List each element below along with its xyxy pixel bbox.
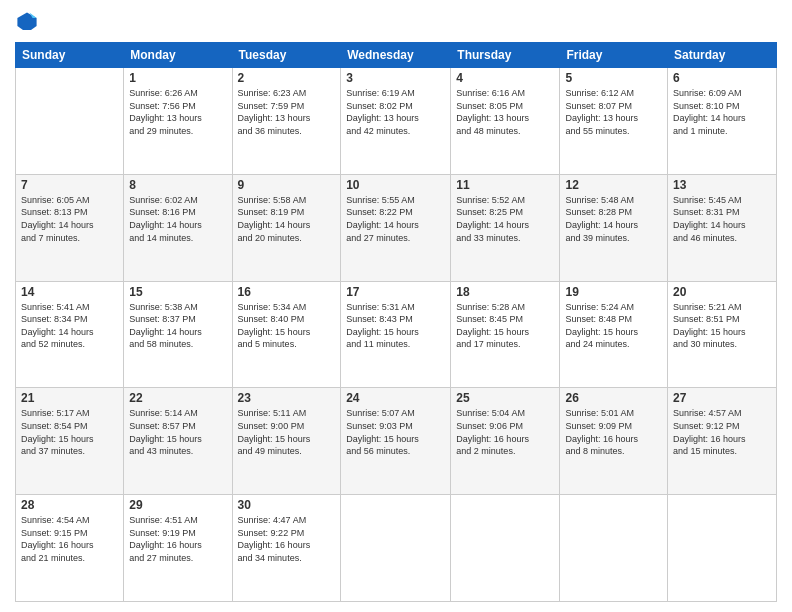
day-info: Sunrise: 5:58 AM Sunset: 8:19 PM Dayligh… <box>238 194 336 244</box>
day-info: Sunrise: 5:48 AM Sunset: 8:28 PM Dayligh… <box>565 194 662 244</box>
day-number: 12 <box>565 178 662 192</box>
calendar-header-sunday: Sunday <box>16 43 124 68</box>
day-info: Sunrise: 5:04 AM Sunset: 9:06 PM Dayligh… <box>456 407 554 457</box>
calendar-cell: 24Sunrise: 5:07 AM Sunset: 9:03 PM Dayli… <box>341 388 451 495</box>
calendar-header-thursday: Thursday <box>451 43 560 68</box>
day-info: Sunrise: 6:26 AM Sunset: 7:56 PM Dayligh… <box>129 87 226 137</box>
calendar-cell: 15Sunrise: 5:38 AM Sunset: 8:37 PM Dayli… <box>124 281 232 388</box>
calendar-cell: 18Sunrise: 5:28 AM Sunset: 8:45 PM Dayli… <box>451 281 560 388</box>
calendar-cell: 13Sunrise: 5:45 AM Sunset: 8:31 PM Dayli… <box>668 174 777 281</box>
calendar-cell: 29Sunrise: 4:51 AM Sunset: 9:19 PM Dayli… <box>124 495 232 602</box>
calendar-cell <box>451 495 560 602</box>
day-number: 29 <box>129 498 226 512</box>
calendar-cell <box>16 68 124 175</box>
calendar-week-row: 7Sunrise: 6:05 AM Sunset: 8:13 PM Daylig… <box>16 174 777 281</box>
calendar-cell: 23Sunrise: 5:11 AM Sunset: 9:00 PM Dayli… <box>232 388 341 495</box>
calendar-header-saturday: Saturday <box>668 43 777 68</box>
day-info: Sunrise: 5:52 AM Sunset: 8:25 PM Dayligh… <box>456 194 554 244</box>
day-number: 23 <box>238 391 336 405</box>
day-number: 21 <box>21 391 118 405</box>
day-info: Sunrise: 6:09 AM Sunset: 8:10 PM Dayligh… <box>673 87 771 137</box>
calendar-week-row: 1Sunrise: 6:26 AM Sunset: 7:56 PM Daylig… <box>16 68 777 175</box>
day-info: Sunrise: 5:45 AM Sunset: 8:31 PM Dayligh… <box>673 194 771 244</box>
day-number: 6 <box>673 71 771 85</box>
calendar-cell <box>341 495 451 602</box>
calendar-cell: 4Sunrise: 6:16 AM Sunset: 8:05 PM Daylig… <box>451 68 560 175</box>
day-number: 3 <box>346 71 445 85</box>
day-number: 8 <box>129 178 226 192</box>
calendar-cell: 27Sunrise: 4:57 AM Sunset: 9:12 PM Dayli… <box>668 388 777 495</box>
day-info: Sunrise: 5:24 AM Sunset: 8:48 PM Dayligh… <box>565 301 662 351</box>
calendar-cell: 19Sunrise: 5:24 AM Sunset: 8:48 PM Dayli… <box>560 281 668 388</box>
header <box>15 10 777 34</box>
calendar-cell <box>560 495 668 602</box>
calendar: SundayMondayTuesdayWednesdayThursdayFrid… <box>15 42 777 602</box>
day-number: 15 <box>129 285 226 299</box>
logo <box>15 10 43 34</box>
day-info: Sunrise: 5:34 AM Sunset: 8:40 PM Dayligh… <box>238 301 336 351</box>
day-number: 5 <box>565 71 662 85</box>
day-number: 26 <box>565 391 662 405</box>
page: SundayMondayTuesdayWednesdayThursdayFrid… <box>0 0 792 612</box>
svg-marker-0 <box>17 12 36 30</box>
day-number: 2 <box>238 71 336 85</box>
day-number: 27 <box>673 391 771 405</box>
day-number: 22 <box>129 391 226 405</box>
day-number: 13 <box>673 178 771 192</box>
day-info: Sunrise: 5:38 AM Sunset: 8:37 PM Dayligh… <box>129 301 226 351</box>
calendar-cell: 5Sunrise: 6:12 AM Sunset: 8:07 PM Daylig… <box>560 68 668 175</box>
day-info: Sunrise: 6:05 AM Sunset: 8:13 PM Dayligh… <box>21 194 118 244</box>
calendar-week-row: 21Sunrise: 5:17 AM Sunset: 8:54 PM Dayli… <box>16 388 777 495</box>
day-info: Sunrise: 5:01 AM Sunset: 9:09 PM Dayligh… <box>565 407 662 457</box>
day-info: Sunrise: 4:47 AM Sunset: 9:22 PM Dayligh… <box>238 514 336 564</box>
calendar-cell: 12Sunrise: 5:48 AM Sunset: 8:28 PM Dayli… <box>560 174 668 281</box>
calendar-cell: 1Sunrise: 6:26 AM Sunset: 7:56 PM Daylig… <box>124 68 232 175</box>
calendar-cell: 21Sunrise: 5:17 AM Sunset: 8:54 PM Dayli… <box>16 388 124 495</box>
calendar-cell: 22Sunrise: 5:14 AM Sunset: 8:57 PM Dayli… <box>124 388 232 495</box>
day-number: 19 <box>565 285 662 299</box>
calendar-cell: 10Sunrise: 5:55 AM Sunset: 8:22 PM Dayli… <box>341 174 451 281</box>
calendar-header-friday: Friday <box>560 43 668 68</box>
day-info: Sunrise: 6:02 AM Sunset: 8:16 PM Dayligh… <box>129 194 226 244</box>
day-info: Sunrise: 6:12 AM Sunset: 8:07 PM Dayligh… <box>565 87 662 137</box>
calendar-header-wednesday: Wednesday <box>341 43 451 68</box>
calendar-week-row: 28Sunrise: 4:54 AM Sunset: 9:15 PM Dayli… <box>16 495 777 602</box>
calendar-cell: 11Sunrise: 5:52 AM Sunset: 8:25 PM Dayli… <box>451 174 560 281</box>
calendar-cell: 8Sunrise: 6:02 AM Sunset: 8:16 PM Daylig… <box>124 174 232 281</box>
calendar-cell: 6Sunrise: 6:09 AM Sunset: 8:10 PM Daylig… <box>668 68 777 175</box>
day-number: 14 <box>21 285 118 299</box>
calendar-header-tuesday: Tuesday <box>232 43 341 68</box>
day-number: 4 <box>456 71 554 85</box>
day-number: 18 <box>456 285 554 299</box>
day-info: Sunrise: 6:19 AM Sunset: 8:02 PM Dayligh… <box>346 87 445 137</box>
calendar-cell: 14Sunrise: 5:41 AM Sunset: 8:34 PM Dayli… <box>16 281 124 388</box>
day-info: Sunrise: 5:31 AM Sunset: 8:43 PM Dayligh… <box>346 301 445 351</box>
day-info: Sunrise: 5:21 AM Sunset: 8:51 PM Dayligh… <box>673 301 771 351</box>
logo-icon <box>15 10 39 34</box>
day-info: Sunrise: 6:23 AM Sunset: 7:59 PM Dayligh… <box>238 87 336 137</box>
calendar-cell <box>668 495 777 602</box>
calendar-cell: 16Sunrise: 5:34 AM Sunset: 8:40 PM Dayli… <box>232 281 341 388</box>
calendar-cell: 2Sunrise: 6:23 AM Sunset: 7:59 PM Daylig… <box>232 68 341 175</box>
day-info: Sunrise: 5:07 AM Sunset: 9:03 PM Dayligh… <box>346 407 445 457</box>
day-number: 25 <box>456 391 554 405</box>
calendar-cell: 20Sunrise: 5:21 AM Sunset: 8:51 PM Dayli… <box>668 281 777 388</box>
calendar-cell: 30Sunrise: 4:47 AM Sunset: 9:22 PM Dayli… <box>232 495 341 602</box>
day-info: Sunrise: 4:51 AM Sunset: 9:19 PM Dayligh… <box>129 514 226 564</box>
calendar-week-row: 14Sunrise: 5:41 AM Sunset: 8:34 PM Dayli… <box>16 281 777 388</box>
calendar-header-row: SundayMondayTuesdayWednesdayThursdayFrid… <box>16 43 777 68</box>
day-info: Sunrise: 5:17 AM Sunset: 8:54 PM Dayligh… <box>21 407 118 457</box>
calendar-cell: 3Sunrise: 6:19 AM Sunset: 8:02 PM Daylig… <box>341 68 451 175</box>
day-info: Sunrise: 5:41 AM Sunset: 8:34 PM Dayligh… <box>21 301 118 351</box>
day-info: Sunrise: 5:11 AM Sunset: 9:00 PM Dayligh… <box>238 407 336 457</box>
calendar-cell: 28Sunrise: 4:54 AM Sunset: 9:15 PM Dayli… <box>16 495 124 602</box>
calendar-cell: 25Sunrise: 5:04 AM Sunset: 9:06 PM Dayli… <box>451 388 560 495</box>
day-number: 28 <box>21 498 118 512</box>
day-number: 11 <box>456 178 554 192</box>
day-number: 17 <box>346 285 445 299</box>
calendar-header-monday: Monday <box>124 43 232 68</box>
day-number: 10 <box>346 178 445 192</box>
day-info: Sunrise: 5:55 AM Sunset: 8:22 PM Dayligh… <box>346 194 445 244</box>
day-info: Sunrise: 4:57 AM Sunset: 9:12 PM Dayligh… <box>673 407 771 457</box>
calendar-cell: 26Sunrise: 5:01 AM Sunset: 9:09 PM Dayli… <box>560 388 668 495</box>
